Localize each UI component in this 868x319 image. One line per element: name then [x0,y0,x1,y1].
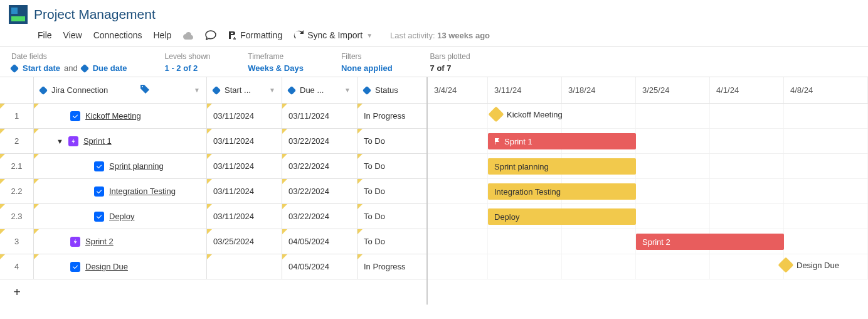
due-date-cell[interactable]: 03/22/2024 [282,154,357,178]
col-status-header[interactable]: Status [357,77,426,103]
timeline-cell [428,254,488,279]
due-date-cell[interactable]: 03/22/2024 [282,129,357,153]
levels-value: 1 - 2 of 2 [165,63,211,73]
menu-connections[interactable]: Connections [93,30,142,40]
timeline-cell [428,154,488,178]
gantt-bar[interactable]: Sprint 1 [488,133,636,149]
task-name[interactable]: Integration Testing [109,187,176,196]
cloud-icon[interactable] [183,31,194,40]
status-cell[interactable]: To Do [357,129,426,153]
table-row[interactable]: 2.1Sprint planning03/11/202403/22/2024To… [0,154,426,179]
task-type-icon [70,237,80,247]
chevron-down-icon[interactable]: ▼ [194,87,200,94]
table-row[interactable]: 3Sprint 203/25/202404/05/2024To Do [0,229,426,254]
milestone[interactable]: Design Due [780,259,839,271]
task-name[interactable]: Design Due [85,262,128,271]
col-jira-header[interactable]: Jira Connection ▼ [34,77,207,103]
task-cell[interactable]: Deploy [34,204,207,229]
milestone-label: Kickoff Meeting [507,110,563,119]
milestone[interactable]: Kickoff Meeting [490,109,563,120]
status-cell[interactable]: To Do [357,204,426,229]
expand-toggle[interactable]: ▼ [56,138,63,145]
control-timeframe[interactable]: Timeframe Weeks & Days [248,52,304,73]
diamond-icon [80,63,89,72]
control-label: Levels shown [165,52,211,61]
gantt-bar[interactable]: Sprint 2 [636,234,784,250]
start-date-cell[interactable]: 03/11/2024 [207,104,282,128]
gantt-bar[interactable]: Sprint planning [488,158,636,175]
status-cell[interactable]: To Do [357,179,426,203]
timeline-cell [562,104,636,128]
task-cell[interactable]: Sprint 2 [34,229,207,254]
task-type-icon [94,212,104,222]
timeline-week-header[interactable]: 3/25/24 [636,77,710,103]
start-date-cell[interactable]: 03/11/2024 [207,129,282,153]
start-date-cell[interactable]: 03/25/2024 [207,229,282,254]
menu-view[interactable]: View [63,30,82,40]
timeline-cell [710,104,784,128]
timeline-cell [636,254,710,279]
task-name[interactable]: Deploy [109,212,134,221]
task-cell[interactable]: Sprint planning [34,154,207,178]
task-name[interactable]: Sprint 2 [85,237,114,246]
table-row[interactable]: 2.3Deploy03/11/202403/22/2024To Do [0,204,426,229]
status-cell[interactable]: In Progress [357,254,426,279]
timeline-week-header[interactable]: 4/1/24 [710,77,784,103]
timeline-week-header[interactable]: 3/11/24 [488,77,562,103]
timeline-cell [710,254,784,279]
bars-value: 7 of 7 [430,63,470,73]
chevron-down-icon[interactable]: ▼ [344,87,351,94]
timeline-week-header[interactable]: 4/8/24 [784,77,868,103]
status-cell[interactable]: To Do [357,229,426,254]
due-date-cell[interactable]: 03/22/2024 [282,179,357,203]
control-date-fields[interactable]: Date fields Start date and Due date [11,52,127,73]
task-name[interactable]: Kickoff Meeting [85,111,141,121]
table-row[interactable]: 4Design Due04/05/2024In Progress [0,254,426,279]
task-cell[interactable]: Kickoff Meeting [34,104,207,128]
control-levels[interactable]: Levels shown 1 - 2 of 2 [165,52,211,73]
menu-file[interactable]: File [38,30,52,40]
control-filters[interactable]: Filters None applied [341,52,393,73]
due-date-cell[interactable]: 04/05/2024 [282,229,357,254]
timeline-cell [784,104,868,128]
start-date-cell[interactable]: 03/11/2024 [207,154,282,178]
timeline-week-header[interactable]: 3/18/24 [562,77,636,103]
due-date-cell[interactable]: 03/11/2024 [282,104,357,128]
timeline-cell [636,154,710,178]
col-due-header[interactable]: Due ... ▼ [282,77,357,103]
task-name[interactable]: Sprint planning [109,161,164,171]
task-cell[interactable]: Design Due [34,254,207,279]
control-bars: Bars plotted 7 of 7 [430,52,470,73]
formatting-button[interactable]: Formatting [228,30,282,40]
chevron-down-icon[interactable]: ▼ [269,87,275,94]
start-date-cell[interactable]: 03/11/2024 [207,179,282,203]
timeline-cell [636,104,710,128]
sync-button[interactable]: Sync & Import ▼ [294,30,373,40]
start-date-cell[interactable]: 03/11/2024 [207,204,282,229]
table-row[interactable]: 1Kickoff Meeting03/11/202403/11/2024In P… [0,104,426,129]
task-cell[interactable]: ▼Sprint 1 [34,129,207,153]
col-start-header[interactable]: Start ... ▼ [207,77,282,103]
table-row[interactable]: 2.2Integration Testing03/11/202403/22/20… [0,179,426,204]
task-name[interactable]: Sprint 1 [83,136,112,146]
gantt-bar[interactable]: Deploy [488,208,636,225]
start-date-cell[interactable] [207,254,282,279]
formatting-label: Formatting [240,30,282,40]
status-cell[interactable]: To Do [357,154,426,178]
task-cell[interactable]: Integration Testing [34,179,207,203]
comment-icon[interactable] [205,30,216,40]
menu-help[interactable]: Help [153,30,171,40]
status-cell[interactable]: In Progress [357,104,426,128]
gantt-bar[interactable]: Integration Testing [488,183,636,200]
timeline-row: Sprint 2 [428,229,868,254]
gantt-bar-label: Sprint 1 [504,137,532,146]
timeline-week-header[interactable]: 3/4/24 [428,77,488,103]
tag-icon[interactable] [140,84,150,96]
timeline-cell [710,179,784,203]
add-row-button[interactable]: + [0,279,34,305]
timeline-header: 3/4/243/11/243/18/243/25/244/1/244/8/24 [428,77,868,104]
due-date-cell[interactable]: 04/05/2024 [282,254,357,279]
due-date-cell[interactable]: 03/22/2024 [282,204,357,229]
filters-value: None applied [341,63,393,73]
table-row[interactable]: 2▼Sprint 103/11/202403/22/2024To Do [0,129,426,154]
